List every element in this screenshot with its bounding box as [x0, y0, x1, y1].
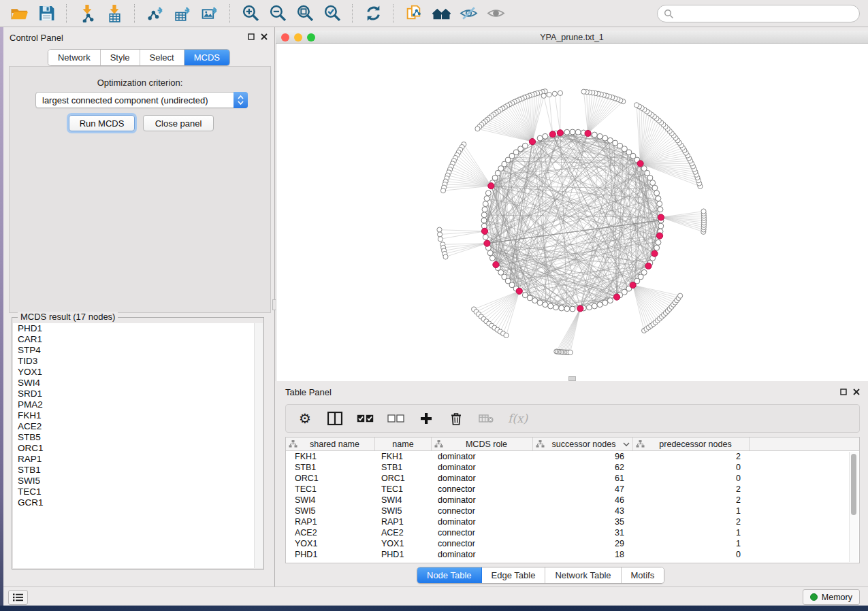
- mcds-result-item[interactable]: TEC1: [13, 486, 254, 497]
- add-column-button[interactable]: [418, 409, 434, 428]
- open-file-button[interactable]: [5, 2, 33, 25]
- mcds-hub-node[interactable]: [656, 233, 662, 239]
- split-panel-button[interactable]: [327, 409, 343, 428]
- network-node[interactable]: [654, 191, 660, 196]
- mcds-result-item[interactable]: PHD1: [13, 323, 254, 334]
- tab-edge-table[interactable]: Edge Table: [482, 567, 546, 583]
- network-node[interactable]: [570, 129, 575, 135]
- network-leaf-node[interactable]: [558, 90, 562, 95]
- export-network-button[interactable]: [142, 2, 169, 25]
- network-node[interactable]: [559, 306, 564, 311]
- refresh-view-button[interactable]: [359, 2, 387, 25]
- mcds-hub-node[interactable]: [557, 130, 563, 136]
- network-node[interactable]: [527, 295, 532, 301]
- network-leaf-node[interactable]: [581, 89, 586, 94]
- table-row[interactable]: FKH1FKH1dominator962: [286, 451, 850, 462]
- mcds-hub-node[interactable]: [481, 228, 487, 234]
- mcds-result-item[interactable]: YOX1: [13, 367, 254, 378]
- network-leaf-node[interactable]: [504, 333, 509, 337]
- network-leaf-node[interactable]: [568, 350, 573, 354]
- network-node[interactable]: [487, 250, 493, 256]
- network-node[interactable]: [575, 129, 581, 135]
- deselect-all-columns-button[interactable]: [387, 409, 404, 428]
- column-header-name[interactable]: name: [375, 437, 432, 450]
- network-titlebar[interactable]: YPA_prune.txt_1: [276, 31, 868, 44]
- mcds-result-item[interactable]: STB5: [13, 432, 254, 443]
- mcds-result-item[interactable]: GCR1: [13, 497, 254, 508]
- search-input[interactable]: [677, 6, 859, 21]
- network-leaf-node[interactable]: [443, 254, 448, 259]
- network-node[interactable]: [543, 133, 548, 139]
- float-table-panel-icon[interactable]: [840, 389, 847, 395]
- network-node[interactable]: [532, 298, 538, 303]
- network-node[interactable]: [553, 305, 559, 310]
- network-node[interactable]: [654, 245, 660, 250]
- tab-select[interactable]: Select: [140, 50, 184, 65]
- network-node[interactable]: [489, 255, 495, 261]
- table-row[interactable]: PHD1PHD1dominator180: [286, 549, 850, 560]
- duplicate-network-button[interactable]: [400, 2, 428, 25]
- network-node[interactable]: [564, 306, 570, 312]
- network-node[interactable]: [592, 303, 597, 309]
- table-row[interactable]: STB1STB1dominator620: [286, 462, 850, 473]
- network-node[interactable]: [592, 132, 597, 137]
- network-node[interactable]: [656, 240, 661, 245]
- column-header-shared-name[interactable]: shared name: [286, 437, 375, 450]
- network-node[interactable]: [586, 305, 592, 310]
- network-leaf-node[interactable]: [677, 293, 682, 298]
- tab-network[interactable]: Network: [48, 50, 101, 65]
- network-leaf-node[interactable]: [541, 93, 546, 98]
- network-canvas[interactable]: [276, 44, 868, 381]
- table-row[interactable]: TEC1TEC1connector472: [286, 484, 850, 495]
- mcds-result-item[interactable]: PMA2: [13, 399, 254, 410]
- mcds-result-item[interactable]: ACE2: [13, 421, 254, 432]
- network-leaf-node[interactable]: [475, 127, 480, 131]
- network-node[interactable]: [492, 175, 498, 180]
- table-settings-button[interactable]: ⚙: [297, 409, 313, 428]
- network-node[interactable]: [483, 234, 488, 240]
- network-leaf-node[interactable]: [634, 103, 639, 108]
- network-node[interactable]: [658, 207, 663, 212]
- first-neighbors-button[interactable]: [428, 2, 455, 25]
- mcds-hub-node[interactable]: [637, 161, 643, 167]
- mcds-result-item[interactable]: SRD1: [13, 389, 254, 399]
- mcds-hub-node[interactable]: [577, 306, 583, 312]
- tab-mcds[interactable]: MCDS: [184, 50, 229, 65]
- delete-column-button[interactable]: [448, 409, 464, 428]
- tab-style[interactable]: Style: [101, 50, 140, 65]
- network-leaf-node[interactable]: [438, 237, 443, 242]
- network-leaf-node[interactable]: [437, 232, 442, 237]
- mcds-hub-node[interactable]: [549, 131, 556, 137]
- hide-selected-button[interactable]: [455, 2, 482, 25]
- network-leaf-node[interactable]: [437, 227, 442, 232]
- network-node[interactable]: [641, 269, 647, 275]
- export-image-button[interactable]: [196, 2, 223, 25]
- mcds-result-item[interactable]: SWI5: [13, 476, 254, 486]
- export-table-button[interactable]: [169, 2, 196, 25]
- optimization-criterion-select[interactable]: largest connected component (undirected): [35, 92, 248, 108]
- zoom-fit-button[interactable]: [291, 2, 319, 25]
- network-node[interactable]: [607, 137, 613, 143]
- table-scrollbar[interactable]: [849, 452, 858, 562]
- zoom-in-button[interactable]: [237, 2, 264, 25]
- zoom-out-button[interactable]: [264, 2, 291, 25]
- network-node[interactable]: [602, 135, 608, 141]
- network-node[interactable]: [482, 207, 487, 212]
- mcds-hub-node[interactable]: [516, 288, 522, 294]
- column-header-successor-nodes[interactable]: successor nodes: [533, 437, 633, 450]
- tab-network-table[interactable]: Network Table: [545, 567, 621, 583]
- memory-button[interactable]: Memory: [803, 589, 860, 605]
- close-panel-icon[interactable]: [261, 33, 268, 40]
- network-node[interactable]: [481, 212, 487, 218]
- table-row[interactable]: ACE2ACE2connector311: [286, 527, 850, 538]
- mcds-result-item[interactable]: ORC1: [13, 443, 254, 454]
- mcds-hub-node[interactable]: [493, 261, 499, 267]
- run-mcds-button[interactable]: Run MCDS: [69, 115, 135, 131]
- close-panel-button[interactable]: Close panel: [143, 115, 214, 131]
- network-node[interactable]: [484, 196, 489, 201]
- mcds-result-item[interactable]: SWI4: [13, 378, 254, 389]
- mcds-hub-node[interactable]: [652, 250, 658, 257]
- mcds-hub-node[interactable]: [658, 214, 664, 220]
- zoom-selected-button[interactable]: [319, 2, 346, 25]
- mcds-result-scrollbar[interactable]: [254, 323, 263, 568]
